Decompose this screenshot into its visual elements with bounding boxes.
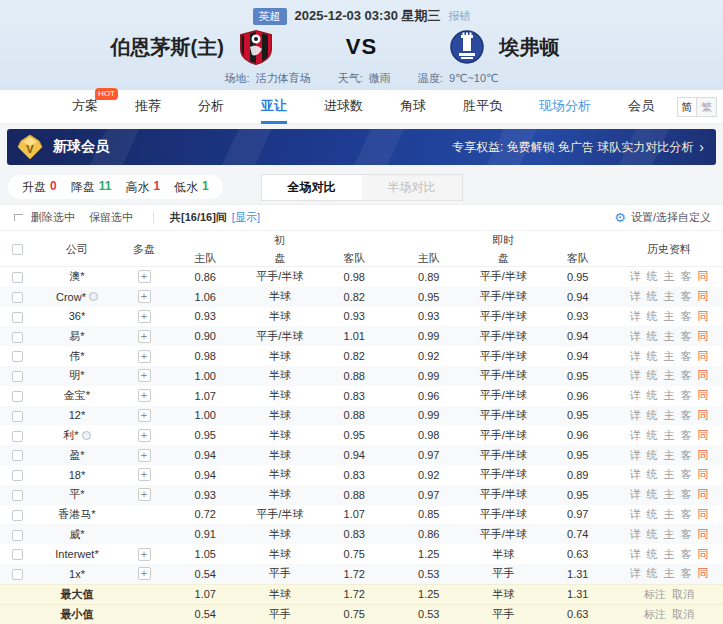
select-all-checkbox[interactable] <box>12 244 23 255</box>
history-link-same[interactable]: 同 <box>698 388 709 403</box>
row-checkbox[interactable] <box>12 292 23 303</box>
history-link-stats[interactable]: 统 <box>647 527 658 542</box>
expand-multi-button[interactable]: + <box>138 548 151 561</box>
nav-item-member[interactable]: 会员 <box>628 90 654 124</box>
expand-multi-button[interactable]: + <box>138 449 151 462</box>
history-link-detail[interactable]: 详 <box>630 507 641 522</box>
company-cell[interactable]: 香港马* <box>34 507 120 522</box>
history-link-detail[interactable]: 详 <box>630 467 641 482</box>
history-link-home[interactable]: 主 <box>664 408 675 423</box>
company-cell[interactable]: 盈* <box>34 448 120 463</box>
company-cell[interactable]: 澳* <box>34 269 120 284</box>
history-link-same[interactable]: 同 <box>698 289 709 304</box>
history-link-home[interactable]: 主 <box>664 388 675 403</box>
history-link-home[interactable]: 主 <box>664 527 675 542</box>
history-link-away[interactable]: 客 <box>681 428 692 443</box>
keep-selected-button[interactable]: 保留选中 <box>89 210 133 225</box>
history-link-away[interactable]: 客 <box>681 349 692 364</box>
nav-item-live-analysis[interactable]: 现场分析 <box>539 90 591 124</box>
expand-multi-button[interactable]: + <box>138 290 151 303</box>
expand-multi-button[interactable]: + <box>138 468 151 481</box>
history-link-detail[interactable]: 详 <box>630 289 641 304</box>
company-cell[interactable]: Crow* <box>34 291 120 303</box>
history-link-stats[interactable]: 统 <box>647 408 658 423</box>
nav-item-asian-handicap[interactable]: 亚让 <box>261 90 287 124</box>
lang-simplified-button[interactable]: 简 <box>677 97 697 117</box>
history-link-detail[interactable]: 详 <box>630 349 641 364</box>
row-checkbox[interactable] <box>12 510 23 521</box>
history-link-home[interactable]: 主 <box>664 349 675 364</box>
expand-multi-button[interactable]: + <box>138 567 151 580</box>
company-cell[interactable]: 36* <box>34 310 120 322</box>
row-checkbox[interactable] <box>12 371 23 382</box>
history-link-home[interactable]: 主 <box>664 507 675 522</box>
row-checkbox[interactable] <box>12 351 23 362</box>
nav-item-recommend[interactable]: 推荐 <box>135 90 161 124</box>
settings-link[interactable]: ⚙ 设置/选择自定义 <box>614 210 711 225</box>
history-link-away[interactable]: 客 <box>681 388 692 403</box>
history-link-away[interactable]: 客 <box>681 507 692 522</box>
history-link-away[interactable]: 客 <box>681 408 692 423</box>
history-link-stats[interactable]: 统 <box>647 269 658 284</box>
history-link-stats[interactable]: 统 <box>647 289 658 304</box>
company-cell[interactable]: 18* <box>34 469 120 481</box>
history-link-home[interactable]: 主 <box>664 309 675 324</box>
expand-multi-button[interactable]: + <box>138 389 151 402</box>
mark-link[interactable]: 标注 <box>644 587 666 602</box>
company-cell[interactable]: 12* <box>34 409 120 421</box>
tab-half-match[interactable]: 半场对比 <box>362 175 462 200</box>
row-checkbox[interactable] <box>12 272 23 283</box>
company-cell[interactable]: 易* <box>34 329 120 344</box>
history-link-detail[interactable]: 详 <box>630 527 641 542</box>
history-link-stats[interactable]: 统 <box>647 507 658 522</box>
nav-item-plan[interactable]: 方案HOT <box>72 90 98 124</box>
history-link-away[interactable]: 客 <box>681 487 692 502</box>
row-checkbox[interactable] <box>12 411 23 422</box>
history-link-home[interactable]: 主 <box>664 547 675 562</box>
history-link-stats[interactable]: 统 <box>647 368 658 383</box>
row-checkbox[interactable] <box>12 470 23 481</box>
history-link-detail[interactable]: 详 <box>630 408 641 423</box>
history-link-away[interactable]: 客 <box>681 566 692 581</box>
report-error-link[interactable]: 报错 <box>448 9 470 24</box>
expand-multi-button[interactable]: + <box>138 330 151 343</box>
history-link-home[interactable]: 主 <box>664 566 675 581</box>
nav-item-win-draw-lose[interactable]: 胜平负 <box>463 90 502 124</box>
nav-item-analysis[interactable]: 分析 <box>198 90 224 124</box>
history-link-detail[interactable]: 详 <box>630 547 641 562</box>
history-link-away[interactable]: 客 <box>681 547 692 562</box>
history-link-away[interactable]: 客 <box>681 309 692 324</box>
row-checkbox[interactable] <box>12 391 23 402</box>
history-link-detail[interactable]: 详 <box>630 368 641 383</box>
history-link-stats[interactable]: 统 <box>647 388 658 403</box>
show-link[interactable]: [显示] <box>232 210 260 225</box>
expand-multi-button[interactable]: + <box>138 270 151 283</box>
vip-banner[interactable]: V 新球会员 专享权益: 免费解锁 免广告 球队实力对比分析 › <box>7 129 716 165</box>
row-checkbox[interactable] <box>12 569 23 580</box>
cancel-link[interactable]: 取消 <box>672 587 694 602</box>
row-checkbox[interactable] <box>12 490 23 501</box>
history-link-same[interactable]: 同 <box>698 368 709 383</box>
history-link-stats[interactable]: 统 <box>647 467 658 482</box>
history-link-away[interactable]: 客 <box>681 289 692 304</box>
history-link-same[interactable]: 同 <box>698 448 709 463</box>
cancel-link[interactable]: 取消 <box>672 607 694 622</box>
row-checkbox[interactable] <box>12 530 23 541</box>
history-link-same[interactable]: 同 <box>698 547 709 562</box>
mark-link[interactable]: 标注 <box>644 607 666 622</box>
history-link-away[interactable]: 客 <box>681 448 692 463</box>
company-cell[interactable]: 威* <box>34 527 120 542</box>
history-link-same[interactable]: 同 <box>698 566 709 581</box>
history-link-home[interactable]: 主 <box>664 487 675 502</box>
history-link-detail[interactable]: 详 <box>630 329 641 344</box>
history-link-same[interactable]: 同 <box>698 428 709 443</box>
expand-multi-button[interactable]: + <box>138 350 151 363</box>
history-link-away[interactable]: 客 <box>681 368 692 383</box>
company-cell[interactable]: 1x* <box>34 568 120 580</box>
history-link-detail[interactable]: 详 <box>630 269 641 284</box>
delete-selected-button[interactable]: 删除选中 <box>31 210 75 225</box>
history-link-same[interactable]: 同 <box>698 408 709 423</box>
history-link-same[interactable]: 同 <box>698 309 709 324</box>
history-link-away[interactable]: 客 <box>681 269 692 284</box>
history-link-stats[interactable]: 统 <box>647 566 658 581</box>
